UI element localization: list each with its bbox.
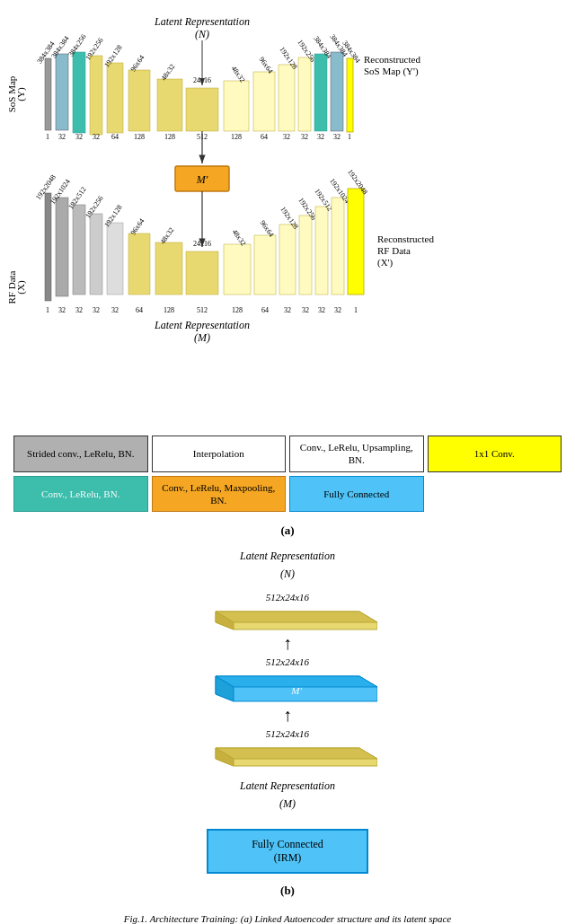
svg-rect-24 (186, 88, 218, 131)
legend-conv-lerelu: Conv., LeRelu, BN. (13, 476, 148, 513)
svg-text:128: 128 (231, 133, 242, 141)
svg-text:32: 32 (58, 306, 66, 314)
svg-text:M': M' (290, 685, 302, 696)
svg-text:1: 1 (354, 306, 358, 314)
svg-text:32: 32 (334, 306, 341, 314)
svg-text:64: 64 (261, 133, 268, 141)
svg-text:Reconstructed: Reconstructed (377, 233, 434, 244)
svg-text:32: 32 (75, 306, 83, 314)
legend-1x1-conv: 1x1 Conv. (428, 436, 562, 472)
svg-text:64: 64 (261, 306, 269, 314)
svg-rect-12 (90, 56, 102, 135)
svg-text:128: 128 (164, 133, 175, 141)
arrow-up-2: ↑ (283, 706, 292, 724)
part-b-bottom-title: Latent Representation (240, 779, 335, 793)
svg-text:32: 32 (333, 133, 341, 141)
svg-rect-76 (186, 251, 218, 295)
svg-text:32: 32 (317, 133, 324, 141)
svg-rect-91 (279, 224, 296, 295)
svg-marker-117 (216, 748, 377, 759)
svg-text:32: 32 (302, 306, 309, 314)
svg-text:32: 32 (318, 306, 325, 314)
svg-marker-110 (216, 612, 377, 622)
legend-conv-maxpool: Conv., LeRelu, Maxpooling, BN. (152, 476, 287, 513)
svg-rect-55 (45, 193, 51, 301)
svg-text:64: 64 (136, 306, 143, 314)
layer1-block (198, 604, 377, 631)
svg-text:32: 32 (58, 133, 66, 141)
layer3-block (198, 741, 377, 768)
layer3-label: 512x24x16 (266, 728, 309, 739)
svg-text:1: 1 (46, 306, 49, 314)
svg-text:1: 1 (348, 133, 351, 141)
part-b-bottom-subtitle: (M) (279, 797, 296, 811)
network-diagram-svg: SoS Map (Y) 384x384 1 384x384 32 384x256… (4, 9, 575, 418)
svg-text:SoS Map (Y'): SoS Map (Y') (364, 66, 419, 77)
svg-text:Latent Representation: Latent Representation (154, 15, 250, 28)
svg-rect-100 (332, 198, 344, 295)
caption: Fig.1. Architecture Training: (a) Linked… (4, 911, 571, 924)
svg-rect-97 (315, 207, 328, 295)
svg-rect-30 (224, 81, 249, 131)
part-b-latent-title: Latent Representation (240, 550, 335, 563)
svg-text:512: 512 (197, 306, 208, 314)
arrow-up-1: ↑ (283, 634, 292, 652)
layer2-label: 512x24x16 (266, 656, 309, 667)
svg-rect-18 (128, 70, 150, 131)
svg-text:32: 32 (283, 133, 290, 141)
svg-text:32: 32 (284, 306, 291, 314)
fig-a-label: (a) (4, 524, 571, 538)
svg-rect-9 (73, 52, 85, 133)
svg-rect-103 (348, 189, 364, 295)
svg-text:(N): (N) (195, 28, 209, 40)
svg-text:64: 64 (111, 133, 119, 141)
part-b-latent-subtitle: (N) (280, 568, 295, 581)
layer1-label: 512x24x16 (266, 592, 309, 603)
svg-text:32: 32 (93, 133, 100, 141)
svg-rect-33 (253, 72, 275, 131)
svg-text:128: 128 (164, 306, 174, 314)
legend-strided-conv: Strided conv., LeRelu, BN. (13, 436, 148, 472)
svg-rect-58 (56, 198, 68, 296)
page-container: SoS Map (Y) 384x384 1 384x384 32 384x256… (0, 0, 575, 924)
svg-rect-67 (107, 223, 123, 295)
svg-rect-3 (45, 58, 51, 130)
svg-rect-64 (90, 214, 102, 295)
svg-text:128: 128 (134, 133, 145, 141)
svg-rect-88 (254, 235, 276, 295)
svg-rect-85 (224, 244, 251, 295)
svg-rect-42 (314, 54, 327, 131)
legend-interpolation: Interpolation (152, 436, 287, 472)
svg-rect-15 (107, 63, 123, 133)
part-b-layer-stack: 512x24x16 ↑ 512x24x16 M' (198, 590, 377, 768)
svg-text:(M): (M) (194, 331, 210, 344)
svg-text:M': M' (196, 173, 208, 186)
svg-text:32: 32 (75, 133, 83, 141)
svg-text:32: 32 (93, 306, 100, 314)
svg-text:(X): (X) (15, 280, 27, 295)
svg-text:128: 128 (232, 306, 243, 314)
svg-rect-70 (128, 233, 150, 295)
svg-text:32: 32 (301, 133, 308, 141)
svg-text:Reconstructed: Reconstructed (364, 54, 420, 65)
svg-text:Latent Representation: Latent Representation (154, 319, 250, 331)
svg-text:32: 32 (111, 306, 119, 314)
svg-rect-6 (56, 54, 68, 130)
svg-text:RF Data: RF Data (377, 245, 411, 256)
fc-irm-block: Fully Connected (IRM) (207, 829, 368, 874)
svg-rect-21 (157, 79, 182, 131)
svg-rect-48 (347, 58, 353, 132)
svg-text:(X'): (X') (377, 257, 394, 268)
svg-text:(Y): (Y) (15, 87, 27, 101)
legend-conv-upsampling: Conv., LeRelu, Upsampling, BN. (289, 436, 424, 472)
svg-text:1: 1 (46, 133, 49, 141)
svg-rect-94 (299, 216, 312, 295)
svg-rect-45 (331, 52, 343, 131)
layer2-block: M' (198, 669, 377, 703)
svg-rect-36 (279, 65, 295, 131)
diagram-b: Latent Representation (N) 512x24x16 ↑ 51… (4, 547, 571, 907)
svg-rect-61 (73, 205, 85, 295)
diagram-a: SoS Map (Y) 384x384 1 384x384 32 384x256… (4, 9, 575, 422)
legend-fully-connected: Fully Connected (289, 476, 424, 513)
svg-rect-73 (155, 242, 182, 295)
